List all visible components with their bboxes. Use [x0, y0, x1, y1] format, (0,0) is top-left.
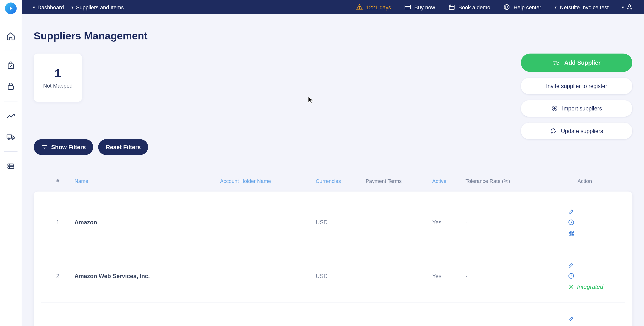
nav-dashboard[interactable]: ▾ Dashboard — [30, 4, 66, 10]
svg-rect-24 — [554, 61, 557, 64]
nav-label: Suppliers and Items — [76, 4, 124, 10]
update-suppliers-button[interactable]: Update suppliers — [521, 123, 632, 139]
chevron-down-icon: ▾ — [554, 5, 557, 9]
sidebar-divider — [4, 51, 17, 51]
nav-book-demo[interactable]: Book a demo — [446, 4, 493, 10]
nav-suppliers-items[interactable]: ▾ Suppliers and Items — [69, 4, 126, 10]
not-mapped-card[interactable]: 1 Not Mapped — [34, 53, 82, 102]
invite-supplier-button[interactable]: Invite supplier to register — [521, 78, 632, 94]
svg-point-26 — [558, 64, 558, 65]
show-filters-button[interactable]: Show Filters — [34, 139, 93, 155]
nav-help-center[interactable]: Help center — [501, 4, 544, 10]
buy-now-label: Buy now — [414, 4, 435, 10]
col-account-holder[interactable]: Account Holder Name — [220, 178, 316, 184]
page-title: Suppliers Management — [34, 30, 632, 42]
svg-point-10 — [359, 8, 360, 9]
reset-filters-button[interactable]: Reset Filters — [98, 139, 148, 155]
row-currency: USD — [316, 273, 366, 279]
history-action[interactable] — [568, 219, 574, 225]
help-center-label: Help center — [514, 4, 541, 10]
col-action: Action — [544, 178, 625, 184]
svg-point-8 — [9, 167, 10, 168]
row-index: 2 — [41, 273, 74, 279]
qr-icon — [568, 230, 574, 236]
show-filters-label: Show Filters — [51, 144, 86, 150]
add-supplier-label: Add Supplier — [564, 59, 601, 66]
user-icon — [626, 3, 633, 11]
nav-buy-now[interactable]: Buy now — [402, 4, 438, 10]
col-currencies[interactable]: Currencies — [316, 178, 366, 184]
topbar: ▾ Dashboard ▾ Suppliers and Items 1221 d… — [22, 0, 644, 14]
import-suppliers-label: Import suppliers — [562, 105, 602, 112]
import-suppliers-button[interactable]: Import suppliers — [521, 100, 632, 117]
integrated-label: Integrated — [577, 283, 603, 290]
row-actions: Integrated — [544, 262, 625, 290]
edit-icon — [568, 208, 574, 215]
lock-icon[interactable] — [6, 82, 16, 91]
lifebuoy-icon — [504, 4, 510, 10]
svg-rect-5 — [8, 164, 14, 166]
calendar-icon — [448, 4, 455, 10]
app-logo[interactable] — [5, 2, 16, 14]
filter-icon — [41, 144, 48, 150]
row-actions — [544, 208, 625, 236]
col-active[interactable]: Active — [432, 178, 466, 184]
svg-rect-34 — [569, 234, 571, 235]
table-header: # Name Account Holder Name Currencies Pa… — [34, 178, 632, 192]
col-name[interactable]: Name — [74, 178, 220, 184]
edit-icon — [568, 315, 574, 322]
row-active: Yes — [432, 273, 466, 279]
svg-rect-33 — [572, 231, 573, 233]
home-icon[interactable] — [6, 32, 16, 41]
not-mapped-label: Not Mapped — [43, 82, 72, 89]
add-supplier-button[interactable]: Add Supplier — [521, 53, 632, 72]
col-payment-terms: Payment Terms — [366, 178, 432, 184]
clock-icon — [568, 219, 574, 225]
row-currency: USD — [316, 219, 366, 225]
sidebar — [0, 0, 22, 326]
book-demo-label: Book a demo — [458, 4, 490, 10]
bag-icon[interactable] — [6, 61, 16, 70]
trial-days-warning[interactable]: 1221 days — [354, 4, 394, 10]
x-icon — [568, 283, 574, 290]
col-tolerance: Tolerance Rate (%) — [466, 178, 544, 184]
edit-action[interactable] — [568, 208, 574, 215]
map-action[interactable] — [568, 230, 574, 236]
svg-rect-6 — [8, 167, 14, 168]
import-icon — [551, 105, 558, 112]
sidebar-divider — [4, 151, 17, 152]
history-action[interactable] — [568, 273, 574, 279]
truck-icon — [553, 59, 560, 67]
svg-rect-13 — [449, 5, 454, 9]
truck-icon[interactable] — [6, 132, 16, 141]
warning-triangle-icon — [356, 4, 363, 10]
integrated-status[interactable]: Integrated — [568, 283, 603, 290]
edit-action[interactable] — [568, 262, 574, 268]
svg-point-18 — [506, 6, 508, 8]
row-name: Amazon — [74, 219, 220, 225]
svg-point-3 — [8, 138, 10, 139]
invite-supplier-label: Invite supplier to register — [546, 83, 607, 89]
server-icon[interactable] — [6, 162, 16, 171]
row-name: Amazon Web Services, Inc. — [74, 273, 220, 279]
edit-action[interactable] — [568, 315, 574, 322]
chevron-down-icon: ▾ — [71, 5, 74, 9]
row-actions: Integrated — [544, 315, 625, 326]
chart-icon[interactable] — [6, 111, 16, 121]
nav-label: Dashboard — [38, 4, 64, 10]
table-row: 2 Amazon Web Services, Inc. USD Yes - In… — [41, 249, 625, 303]
chevron-down-icon: ▾ — [33, 5, 35, 9]
not-mapped-count: 1 — [54, 67, 61, 80]
svg-point-4 — [12, 138, 14, 139]
nav-user-menu[interactable]: ▾ — [620, 3, 636, 11]
svg-rect-11 — [405, 5, 410, 9]
mouse-cursor-icon — [308, 96, 314, 104]
nav-tenant-switcher[interactable]: ▾ Netsuite Invoice test — [552, 4, 611, 10]
credit-card-icon — [404, 4, 411, 10]
col-hash: # — [41, 178, 74, 184]
warning-days-label: 1221 days — [366, 4, 391, 10]
table-row: 3 New Vendor 12345 Here EUR Yes - Integr… — [41, 303, 625, 326]
row-active: Yes — [432, 219, 466, 225]
table-body: 1 Amazon USD Yes - 2 Amazon Web Services… — [34, 191, 632, 326]
sidebar-divider — [4, 101, 17, 101]
